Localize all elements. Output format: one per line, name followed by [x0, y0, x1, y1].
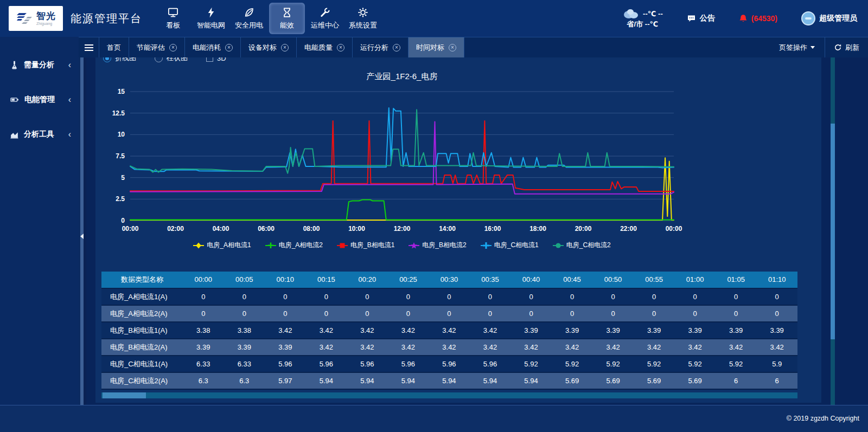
table-cell: 5.94	[470, 373, 511, 389]
table-cell: 0	[183, 289, 224, 305]
refresh-button[interactable]: 刷新	[825, 37, 868, 57]
table-cell: 0	[756, 306, 797, 321]
table-cell: 6.3	[183, 373, 224, 389]
table-cell: 3.42	[716, 339, 757, 355]
nav-label: 看板	[166, 21, 180, 30]
tab-close-icon[interactable]: ×	[281, 44, 289, 51]
tab[interactable]: 首页	[99, 37, 129, 57]
table-header-cell: 00:30	[429, 272, 470, 288]
alarm-button[interactable]: (64530)	[739, 14, 777, 23]
nav-item-ops-center[interactable]: 运维中心	[307, 3, 343, 34]
tab[interactable]: 电能质量×	[297, 37, 353, 57]
bell-icon	[739, 14, 748, 23]
table-cell: 6.33	[183, 356, 224, 372]
table-cell: 5.96	[306, 356, 347, 372]
table-header-cell: 00:20	[347, 272, 388, 288]
nav-item-system-settings[interactable]: 系统设置	[345, 3, 381, 34]
table-cell: 5.92	[634, 356, 675, 372]
tab[interactable]: 电能消耗×	[185, 37, 241, 57]
tab-close-icon[interactable]: ×	[337, 44, 344, 51]
checkbox-3d[interactable]: 3D	[206, 57, 226, 62]
table-cell: 0	[510, 306, 552, 321]
user-menu[interactable]: 超级管理员	[801, 11, 857, 25]
svg-text:18:00: 18:00	[529, 225, 546, 233]
legend-label: 电房_C相电流2	[566, 241, 611, 250]
tab[interactable]: 运行分析×	[353, 37, 409, 57]
table-cell: 5.94	[429, 373, 470, 389]
svg-text:0: 0	[121, 217, 125, 224]
main-content: 折线图柱状图3D 产业园_1F2-6_电房 02.557.51012.51500…	[86, 57, 868, 405]
sidebar-item-demand-analysis[interactable]: 需量分析 ‹	[0, 48, 79, 82]
nav-item-safe-power[interactable]: 安全用电	[231, 3, 267, 34]
vertical-scrollbar[interactable]	[831, 57, 835, 405]
table-cell: 5.94	[510, 373, 552, 389]
tab-close-icon[interactable]: ×	[225, 44, 233, 51]
battery-icon	[10, 95, 20, 104]
table-cell: 5.96	[429, 356, 470, 372]
refresh-icon	[834, 43, 842, 51]
table-cell: 0	[634, 289, 675, 305]
svg-text:12:00: 12:00	[394, 225, 411, 233]
table-cell: 3.42	[634, 339, 675, 355]
sidebar-item-analysis-tools[interactable]: 分析工具 ‹	[0, 117, 79, 152]
tab[interactable]: 时间对标×	[409, 37, 464, 57]
table-cell-name: 电房_B相电流2(A)	[101, 339, 183, 355]
sidebar-item-power-management[interactable]: 电能管理 ‹	[0, 82, 79, 117]
table-cell-name: 电房_C相电流1(A)	[101, 356, 183, 372]
svg-text:15: 15	[118, 88, 125, 95]
tab[interactable]: 节能评估×	[129, 37, 185, 57]
radio-bar-chart[interactable]: 柱状图	[155, 57, 188, 63]
radio-icon	[155, 57, 163, 62]
nav-item-dashboard[interactable]: 看板	[155, 3, 191, 34]
weather-widget: --℃ -- 省/市 --℃	[622, 8, 663, 29]
announcement-label: 公告	[700, 14, 715, 23]
svg-text:22:00: 22:00	[620, 225, 637, 233]
legend-item[interactable]: 电房_C相电流1	[481, 241, 539, 250]
legend-item[interactable]: 电房_A相电流1	[193, 241, 251, 250]
tab[interactable]: 设备对标×	[241, 37, 297, 57]
table-cell: 0	[306, 289, 347, 305]
table-header-cell: 01:10	[756, 272, 797, 288]
table-cell: 3.42	[470, 323, 511, 338]
refresh-label: 刷新	[845, 43, 859, 53]
sidebar-splitter[interactable]	[79, 57, 86, 405]
tab-close-icon[interactable]: ×	[393, 44, 400, 51]
checkbox-label: 3D	[217, 57, 226, 62]
nav-item-energy-efficiency[interactable]: 能效	[269, 3, 305, 34]
sidebar-collapse-arrow-icon[interactable]	[80, 234, 84, 239]
legend-item[interactable]: 电房_B相电流1	[337, 241, 394, 250]
tab-bar: 首页节能评估×电能消耗×设备对标×电能质量×运行分析×时间对标× 页签操作 刷新	[79, 37, 868, 57]
monitor-icon	[167, 7, 179, 18]
legend-item[interactable]: 电房_B相电流2	[409, 241, 466, 250]
radio-line-chart[interactable]: 折线图	[103, 57, 136, 63]
tab-label: 电能质量	[304, 43, 333, 53]
table-horizontal-scrollbar[interactable]	[101, 392, 797, 398]
announcement-button[interactable]: 公告	[687, 14, 715, 23]
menu-icon[interactable]	[79, 37, 99, 57]
table-cell: 5.69	[634, 373, 675, 389]
table-row: 电房_B相电流2(A)3.393.393.393.423.423.423.423…	[101, 339, 797, 356]
table-cell: 0	[388, 306, 429, 321]
horizontal-scrollbar-thumb[interactable]	[103, 392, 146, 398]
tab-close-icon[interactable]: ×	[449, 44, 456, 51]
table-cell: 3.42	[674, 339, 716, 355]
legend-item[interactable]: 电房_A相电流2	[265, 241, 323, 250]
svg-text:7.5: 7.5	[116, 152, 125, 160]
svg-text:16:00: 16:00	[484, 225, 501, 233]
tab-label: 运行分析	[360, 43, 388, 53]
table-header-cell: 00:05	[224, 272, 265, 288]
vertical-scrollbar-thumb[interactable]	[831, 124, 835, 339]
tab-close-icon[interactable]: ×	[169, 44, 177, 51]
table-cell: 0	[265, 306, 306, 321]
table-header-cell: 00:50	[592, 272, 634, 288]
table-cell: 3.39	[510, 323, 552, 338]
legend-item[interactable]: 电房_C相电流2	[553, 241, 611, 250]
top-header: 智光 Zhiguang 能源管理平台 看板 智能电网	[0, 0, 868, 37]
table-cell-name: 电房_C相电流2(A)	[101, 373, 183, 389]
table-cell: 0	[429, 289, 470, 305]
table-cell: 5.69	[592, 373, 634, 389]
chart-legend: 电房_A相电流1电房_A相电流2电房_B相电流1电房_B相电流2电房_C相电流1…	[95, 241, 709, 250]
tab-operations-dropdown[interactable]: 页签操作	[769, 43, 825, 53]
nav-item-smart-grid[interactable]: 智能电网	[193, 3, 229, 34]
table-cell: 3.42	[306, 323, 347, 338]
